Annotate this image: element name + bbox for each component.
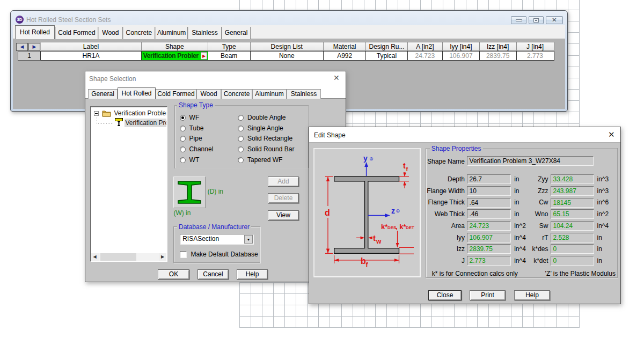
svg-text:t: t [403, 161, 406, 170]
svg-text:⊕: ⊕ [369, 156, 374, 161]
svg-text:, k*: , k* [396, 223, 406, 231]
svg-text:f: f [365, 261, 368, 269]
svg-text:y: y [363, 154, 368, 163]
svg-text:DET: DET [406, 225, 414, 230]
svg-text:d: d [325, 208, 330, 217]
svg-text:z: z [391, 207, 395, 215]
svg-text:t: t [373, 233, 376, 243]
svg-text:w: w [376, 238, 382, 245]
svg-text:⊕: ⊕ [396, 208, 400, 214]
svg-text:b: b [361, 256, 366, 266]
svg-text:f: f [406, 166, 408, 172]
